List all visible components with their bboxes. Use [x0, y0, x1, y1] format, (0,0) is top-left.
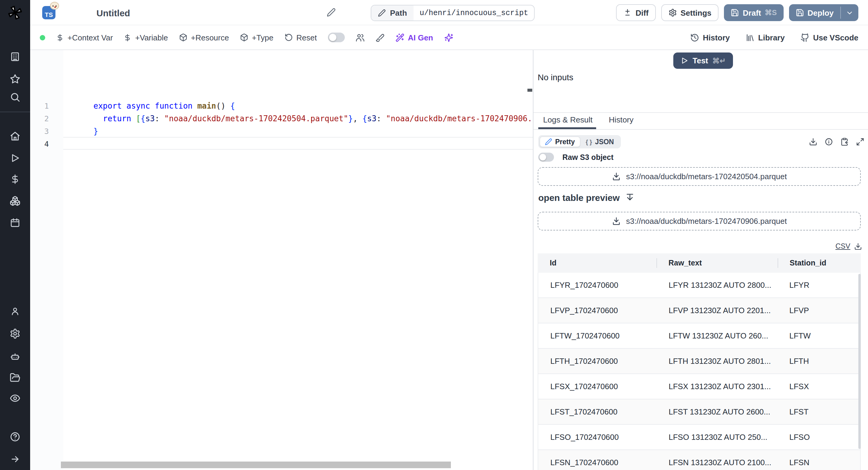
dollar-icon — [124, 33, 132, 41]
multiplayer-users-icon[interactable] — [355, 33, 364, 42]
favorites-star-icon[interactable] — [10, 74, 21, 85]
diff-button[interactable]: Diff — [616, 4, 656, 21]
code-editor[interactable]: 1 2 3 4 export async function main() { r… — [30, 50, 533, 470]
topbar: TS Untitled Path u/henri/innocuous_scrip… — [30, 0, 868, 25]
help-icon[interactable] — [10, 431, 21, 442]
no-inputs-label: No inputs — [538, 72, 573, 82]
download-icon[interactable] — [854, 242, 862, 250]
add-context-var-button[interactable]: +Context Var — [56, 33, 113, 42]
tab-logs-result[interactable]: Logs & Result — [543, 115, 592, 124]
test-button[interactable]: Test ⌘↵ — [673, 53, 733, 69]
home-icon[interactable] — [10, 131, 21, 142]
column-header-id[interactable]: Id — [538, 259, 656, 267]
code-line-2: return [{s3: "noaa/duckdb/metars-1702420… — [93, 112, 533, 125]
save-icon — [731, 8, 739, 17]
tab-history[interactable]: History — [609, 115, 633, 124]
horizontal-scrollbar[interactable] — [61, 462, 451, 468]
app-window: TS Untitled Path u/henri/innocuous_scrip… — [0, 0, 868, 470]
table-body: LFYR_1702470600LFYR 131230Z AUTO 2800...… — [538, 273, 861, 470]
workers-robot-icon[interactable] — [10, 351, 21, 362]
deploy-button[interactable]: Deploy — [789, 4, 840, 21]
variables-dollar-icon[interactable] — [10, 174, 20, 184]
pane-divider[interactable] — [533, 112, 868, 113]
column-header-raw-text[interactable]: Raw_text — [656, 259, 778, 267]
column-divider — [778, 258, 778, 268]
folders-icon[interactable] — [10, 372, 21, 383]
bun-logo-icon — [50, 2, 59, 10]
line-number: 3 — [30, 125, 63, 138]
expand-icon[interactable] — [856, 138, 864, 146]
settings-gear-icon[interactable] — [10, 328, 21, 339]
path-input[interactable]: u/henri/innocuous_script — [413, 5, 534, 21]
path-input-group[interactable]: Path u/henri/innocuous_script — [371, 5, 535, 21]
table-row[interactable]: LFTW_1702470600LFTW 131230Z AUTO 260...L… — [538, 323, 860, 349]
result-view-segmented-control: Pretty { } JSON — [538, 135, 621, 148]
pretty-toggle[interactable]: Pretty — [539, 136, 580, 147]
info-icon[interactable] — [825, 138, 833, 146]
add-type-button[interactable]: +Type — [240, 33, 274, 42]
run-panel: Test ⌘↵ No inputs Logs & Result History … — [533, 50, 868, 470]
table-row[interactable]: LFSX_1702470600LFSX 131230Z AUTO 2301...… — [538, 374, 860, 400]
search-icon[interactable] — [10, 92, 21, 102]
reset-rotate-icon — [284, 33, 293, 41]
table-row[interactable]: LFSO_1702470600LFSO 131230Z AUTO 250...L… — [538, 425, 860, 450]
line-number: 2 — [30, 112, 63, 125]
table-row[interactable]: LFYR_1702470600LFYR 131230Z AUTO 2800...… — [538, 273, 860, 298]
table-header: Id Raw_text Station_id — [538, 254, 861, 273]
settings-button[interactable]: Settings — [661, 4, 719, 21]
table-row[interactable]: LFST_1702470600LFST 131230Z AUTO 2600...… — [538, 400, 860, 425]
runs-play-icon[interactable] — [10, 153, 20, 163]
add-variable-button[interactable]: +Variable — [124, 33, 168, 42]
line-number-active: 4 — [30, 138, 63, 150]
json-toggle[interactable]: { } JSON — [580, 138, 619, 145]
sparkles-icon[interactable] — [444, 33, 453, 42]
diff-icon — [624, 8, 632, 17]
download-icon — [612, 216, 621, 226]
s3-file-download-2[interactable]: s3://noaa/duckdb/metars-1702470906.parqu… — [538, 212, 861, 231]
reset-button[interactable]: Reset — [284, 33, 317, 42]
code-line-1: export async function main() { — [93, 99, 533, 112]
table-row[interactable]: LFVP_1702470600LFVP 131230Z AUTO 2201...… — [538, 298, 860, 323]
csv-download-link[interactable]: CSV — [835, 242, 850, 251]
history-button[interactable]: History — [690, 33, 730, 42]
windmill-logo-icon[interactable] — [7, 5, 23, 21]
open-table-preview-button[interactable]: open table preview — [538, 193, 635, 203]
edit-summary-pencil-icon[interactable] — [327, 8, 336, 17]
collapse-arrow-icon[interactable] — [10, 454, 20, 464]
raw-s3-toggle[interactable] — [538, 153, 554, 162]
resources-boxes-icon[interactable] — [10, 196, 21, 206]
download-icon[interactable] — [809, 138, 817, 146]
column-header-station-id[interactable]: Station_id — [778, 259, 861, 267]
panel-resize-divider[interactable] — [533, 50, 533, 470]
schedules-calendar-icon[interactable] — [10, 217, 20, 228]
raw-s3-label: Raw S3 object — [562, 153, 614, 161]
draft-button[interactable]: Draft ⌘S — [724, 4, 784, 21]
format-brush-icon[interactable] — [375, 33, 384, 42]
play-icon — [681, 57, 688, 64]
pen-icon — [545, 138, 552, 145]
clipboard-copy-icon[interactable] — [840, 138, 849, 146]
github-cat-icon — [801, 33, 809, 42]
workspace-building-icon[interactable] — [10, 52, 20, 62]
add-resource-button[interactable]: +Resource — [179, 33, 229, 42]
deploy-button-group: Deploy — [789, 4, 858, 21]
sidebar — [0, 0, 30, 470]
table-row[interactable]: LFTH_1702470600LFTH 131230Z AUTO 2801...… — [538, 349, 860, 374]
audit-eye-icon[interactable] — [10, 393, 21, 404]
use-vscode-button[interactable]: Use VScode — [801, 33, 858, 42]
table-row[interactable]: LFSN_1702470600LFSN 131230Z AUTO 2100...… — [538, 450, 860, 470]
pencil-icon — [378, 9, 386, 17]
editor-toolbar: +Context Var +Variable +Resource +Type R… — [30, 25, 868, 50]
package-icon — [179, 33, 187, 41]
s3-file-download-1[interactable]: s3://noaa/duckdb/metars-1702420504.parqu… — [538, 167, 861, 186]
overview-ruler-marker — [527, 89, 532, 92]
diff-mode-toggle[interactable] — [328, 33, 344, 42]
deploy-dropdown-button[interactable] — [841, 4, 858, 21]
line-number: 1 — [30, 99, 63, 112]
script-title[interactable]: Untitled — [96, 8, 130, 18]
ai-gen-button[interactable]: AI Gen — [395, 33, 433, 42]
current-line-highlight — [63, 137, 533, 150]
table-scrollbar-thumb[interactable] — [858, 274, 861, 449]
library-button[interactable]: Library — [746, 33, 785, 42]
user-icon[interactable] — [10, 306, 20, 317]
